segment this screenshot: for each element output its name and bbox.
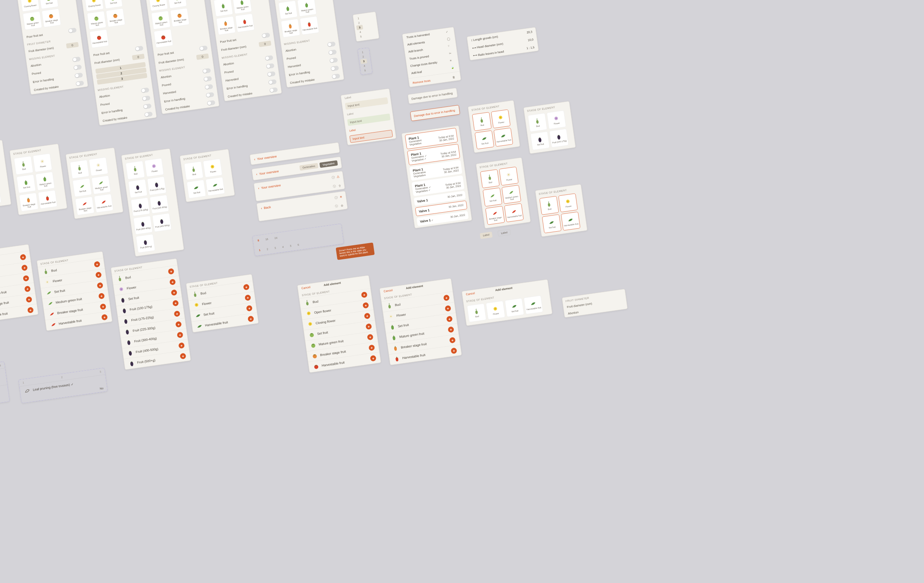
stage-tile[interactable]: Fruit (175-225g) [131, 197, 150, 216]
info-icon[interactable]: ⓘ [333, 184, 336, 189]
add-button[interactable]: + [98, 293, 105, 299]
add-button[interactable]: + [177, 332, 183, 338]
add-button[interactable]: + [178, 342, 185, 349]
stage-tile[interactable]: Mature green fruit [297, 0, 317, 17]
cancel-button[interactable]: Cancel [301, 285, 311, 290]
add-button[interactable]: + [95, 272, 102, 278]
stage-tile[interactable]: Set fruit [278, 0, 298, 19]
add-button[interactable]: + [174, 310, 181, 317]
stage-tile[interactable]: Flower [33, 153, 52, 172]
stage-tile[interactable]: Harvestable fruit [89, 29, 109, 48]
stage-tile[interactable]: Medium green fruit [502, 185, 521, 204]
stage-tile[interactable]: Fruit (300-400g) [133, 216, 152, 235]
add-button[interactable]: + [168, 268, 174, 275]
stage-tile[interactable]: Set fruit [17, 174, 36, 193]
page-size-24[interactable]: 24 [273, 236, 279, 241]
add-button[interactable]: + [449, 337, 456, 344]
sun-icon[interactable]: ☀ [339, 195, 343, 199]
stage-tile[interactable]: Mature green fruit [87, 11, 106, 30]
add-button[interactable]: + [100, 303, 106, 310]
add-button[interactable]: + [97, 282, 103, 289]
stage-tile[interactable]: Mature green fruit [23, 11, 42, 30]
stage-tile[interactable]: Set fruit [530, 131, 550, 150]
stage-tile[interactable]: Breaker stage fruit [485, 206, 505, 225]
cancel-button[interactable]: Cancel [383, 289, 393, 293]
info-icon[interactable]: ⓘ [334, 195, 338, 200]
stage-tile[interactable]: Bud [472, 112, 491, 131]
cancel-button[interactable]: Cancel [466, 292, 475, 296]
stage-tile[interactable]: Harvestable fruit [504, 203, 524, 222]
add-button[interactable]: + [175, 321, 182, 328]
stage-tile[interactable]: Harvestable fruit [0, 186, 1, 205]
page-size-16[interactable]: 16 [264, 237, 270, 242]
add-button[interactable]: + [248, 315, 254, 322]
add-button[interactable]: + [23, 275, 29, 282]
add-button[interactable]: + [94, 261, 100, 268]
add-button[interactable]: + [369, 344, 375, 351]
add-button[interactable]: + [246, 305, 252, 312]
add-button[interactable]: + [169, 279, 176, 285]
add-button[interactable]: + [172, 300, 179, 306]
toggle-error[interactable] [74, 73, 83, 78]
stage-tile[interactable]: Set fruit [167, 0, 187, 9]
add-button[interactable]: + [21, 265, 28, 271]
stage-tile[interactable]: Harvestable fruit [154, 29, 173, 48]
page-size-8[interactable]: 8 [256, 238, 261, 243]
add-button[interactable]: + [101, 314, 108, 320]
add-button[interactable]: + [362, 302, 369, 309]
add-button[interactable]: + [361, 292, 368, 298]
add-button[interactable]: + [370, 355, 376, 362]
stage-tile[interactable]: Bud [528, 113, 547, 132]
stage-tile[interactable]: Flower [89, 157, 108, 176]
stage-tile[interactable]: Set fruit [475, 130, 494, 149]
add-button[interactable]: + [443, 294, 450, 301]
add-button[interactable]: + [24, 286, 31, 292]
add-button[interactable]: + [445, 305, 451, 312]
stage-tile[interactable]: Fruit (225-300g) [150, 194, 169, 213]
add-button[interactable]: + [365, 323, 372, 330]
stage-tile[interactable]: Bud [70, 160, 89, 179]
stage-tile[interactable]: Breaker stage fruit [216, 16, 236, 35]
damage-card-sel[interactable]: Damage due to error in handling [410, 105, 460, 121]
add-button[interactable]: + [364, 313, 371, 319]
warning-icon[interactable]: ⚠ [336, 175, 340, 179]
stage-tile[interactable]: Harvestable fruit [235, 13, 255, 32]
stage-tile[interactable]: Set fruit [39, 0, 58, 9]
stage-tile[interactable]: Breaker stage fruit [170, 8, 189, 27]
stage-tile[interactable]: Mature green fruit [35, 172, 55, 191]
stage-tile[interactable]: Set fruit [542, 214, 562, 233]
toggle-mistake[interactable] [76, 81, 84, 86]
chip-label[interactable]: Label [480, 232, 493, 239]
stage-tile[interactable]: Breaker stage fruit [106, 8, 125, 27]
add-button[interactable]: + [245, 294, 251, 301]
stage-tile[interactable]: Set fruit [186, 180, 206, 199]
add-button[interactable]: + [180, 353, 186, 360]
diameter-value[interactable]: 0 [66, 42, 79, 49]
add-button[interactable]: + [20, 254, 26, 261]
stage-tile[interactable]: Fruit (400-500g) [152, 213, 171, 232]
add-button[interactable]: + [171, 289, 177, 296]
stage-tile[interactable]: Flower [486, 301, 505, 320]
stage-tile[interactable]: Breaker stage fruit [42, 8, 61, 27]
stage-tile[interactable]: Breaker stage fruit [281, 19, 300, 38]
add-button[interactable]: + [26, 296, 32, 303]
stage-tile[interactable]: Flower [558, 193, 578, 212]
info-icon[interactable]: ⓘ [331, 175, 335, 180]
stage-tile[interactable]: Flower [499, 167, 519, 186]
stage-tile[interactable]: Mature green fruit [233, 0, 252, 14]
stage-tile[interactable]: Bud [467, 303, 486, 322]
stage-tile[interactable]: Bud [184, 161, 203, 180]
stage-tile[interactable]: Harvestable fruit [300, 16, 319, 35]
stage-tile[interactable]: Closing flower [148, 0, 168, 11]
stage-tile[interactable]: Set fruit [103, 0, 123, 9]
gear-icon[interactable]: ⚙ [341, 204, 343, 208]
stage-tile[interactable]: Medium green fruit [91, 175, 111, 194]
stage-tile[interactable]: Bud [539, 196, 559, 215]
stage-tile[interactable]: Harvestable fruit [38, 190, 57, 209]
stage-tile[interactable]: Harvestable fruit [561, 212, 580, 231]
info-icon[interactable]: ⓘ [335, 204, 338, 209]
stage-tile[interactable]: Mature green fruit [151, 11, 171, 30]
add-button[interactable]: + [448, 326, 454, 333]
chip-generative[interactable]: Generative [299, 163, 318, 171]
toggle-pruned[interactable] [73, 64, 82, 70]
